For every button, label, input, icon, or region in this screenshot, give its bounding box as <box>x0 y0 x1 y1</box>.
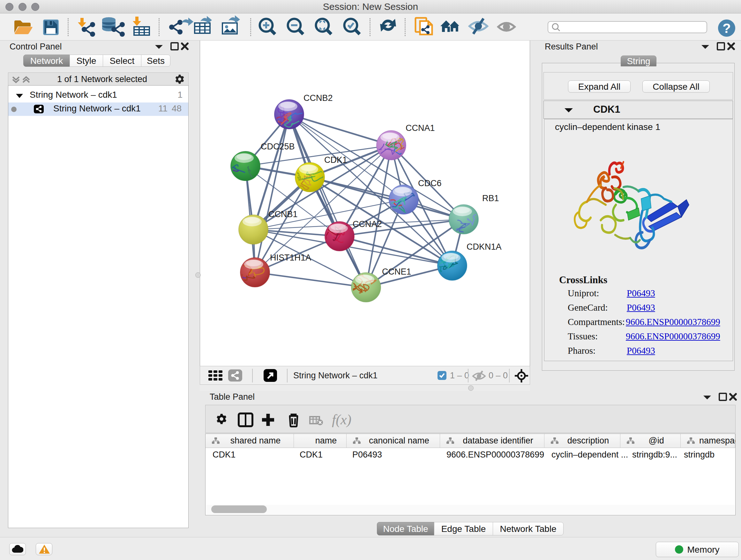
svg-text:CCNA2: CCNA2 <box>353 219 382 229</box>
svg-text:?: ? <box>723 21 731 36</box>
svg-text:CDKN1A: CDKN1A <box>467 242 502 252</box>
svg-text:CCNB1: CCNB1 <box>268 209 298 219</box>
svg-text:CDK1: CDK1 <box>324 155 347 165</box>
svg-text:CCNA1: CCNA1 <box>406 123 435 133</box>
svg-text:CDC6: CDC6 <box>418 179 442 188</box>
svg-text:CCNE1: CCNE1 <box>382 267 411 276</box>
svg-text:f(x): f(x) <box>332 412 351 428</box>
svg-text:CDC25B: CDC25B <box>261 142 295 151</box>
svg-text:RB1: RB1 <box>482 193 499 203</box>
svg-text:HIST1H1A: HIST1H1A <box>270 253 311 262</box>
svg-text:CCNB2: CCNB2 <box>304 93 333 103</box>
